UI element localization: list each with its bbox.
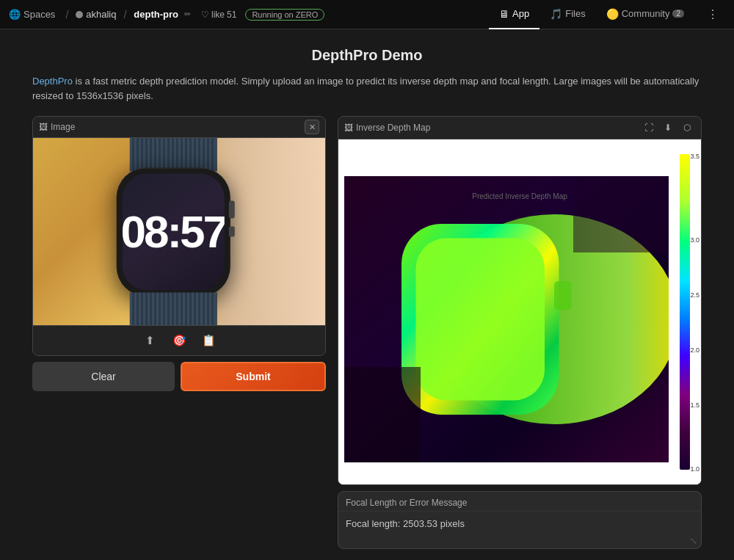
running-badge: Running on ZERO (245, 9, 324, 21)
share-icon-button[interactable]: ⬡ (679, 120, 695, 136)
running-label: Running on (252, 10, 293, 19)
nav-like-button[interactable]: ♡ like 51 (201, 10, 236, 20)
tab-community-label: Community (622, 8, 670, 19)
depth-map-svg (344, 169, 669, 470)
watch-band-top (130, 138, 217, 171)
focal-box-content: Focal length: 2503.53 pixels ⤡ (338, 512, 701, 548)
spaces-icon: 🌐 (9, 9, 21, 20)
download-icon-button[interactable]: ⬇ (660, 120, 676, 136)
clipboard-icon-button[interactable]: 📋 (198, 330, 219, 351)
image-display: 08:57 (33, 138, 325, 325)
spaces-label: Spaces (23, 9, 55, 20)
tab-community[interactable]: 🟡 Community 2 (596, 0, 694, 29)
community-icon: 🟡 (606, 8, 619, 20)
chart-title: Predicted Inverse Depth Map (472, 192, 567, 200)
depth-header-icons: ⛶ ⬇ ⬡ (641, 120, 695, 136)
nav-separator-2: / (123, 9, 126, 21)
colorbar-label-75: 1.5 (690, 401, 700, 409)
running-platform: ZERO (296, 10, 319, 19)
focal-box-header: Focal Length or Error Message (338, 492, 701, 512)
focal-length-box: Focal Length or Error Message Focal leng… (338, 491, 702, 549)
nav-separator: / (65, 9, 68, 21)
image-label-icon: 🖼 (39, 122, 48, 132)
tab-files[interactable]: 🎵 Files (539, 0, 595, 29)
image-close-button[interactable]: ✕ (305, 120, 319, 134)
colorbar-label-bottom: 1.0 (690, 465, 700, 473)
page-title: DepthPro Demo (32, 47, 702, 64)
watch-screen: 08:57 (123, 173, 225, 290)
close-icon: ✕ (309, 123, 316, 132)
svg-rect-6 (573, 176, 669, 252)
camera-icon-button[interactable]: 🎯 (169, 330, 189, 351)
upload-icon-button[interactable]: ⬆ (139, 330, 160, 351)
top-navigation: 🌐 Spaces / akhaliq / depth-pro ✏ ♡ like … (0, 0, 734, 29)
user-avatar-dot (76, 11, 83, 18)
resize-handle-icon: ⤡ (690, 536, 697, 546)
nav-right-tabs: 🖥 App 🎵 Files 🟡 Community 2 (489, 0, 694, 29)
colorbar-label-45: 2.5 (690, 291, 700, 299)
image-box-header: 🖼 Image ✕ (33, 117, 325, 138)
left-panel: 🖼 Image ✕ 0 (32, 116, 326, 391)
watch-face: 08:57 (117, 167, 230, 296)
depth-label: 🖼 Inverse Depth Map (344, 123, 430, 133)
nav-user[interactable]: akhaliq (76, 9, 116, 20)
depth-map-box: 🖼 Inverse Depth Map ⛶ ⬇ ⬡ Predicted Inve… (338, 116, 702, 485)
like-label: like (211, 10, 225, 20)
clear-button[interactable]: Clear (32, 362, 175, 391)
app-icon: 🖥 (499, 8, 509, 20)
image-toolbar: ⬆ 🎯 📋 (33, 325, 325, 355)
colorbar-container: 3.5 3.0 2.5 2.0 1.5 1.0 Inverse Depth (669, 139, 701, 484)
watch-crown (229, 200, 235, 218)
watch-scene-background: 08:57 (33, 138, 325, 325)
panels-container: 🖼 Image ✕ 0 (32, 116, 702, 549)
fullscreen-icon-button[interactable]: ⛶ (641, 120, 657, 136)
main-content: DepthPro Demo DepthPro is a fast metric … (15, 29, 719, 560)
watch-time-display: 08:57 (123, 209, 225, 255)
depth-chart-area: Predicted Inverse Depth Map (338, 139, 701, 484)
svg-rect-3 (416, 239, 545, 401)
description-text: is a fast metric depth prediction model.… (32, 76, 699, 101)
tab-app-label: App (512, 8, 529, 19)
files-icon: 🎵 (550, 8, 562, 20)
watch-band-bottom (130, 292, 217, 325)
depth-box-header: 🖼 Inverse Depth Map ⛶ ⬇ ⬡ (338, 117, 701, 139)
heart-icon: ♡ (201, 10, 209, 20)
depth-map-content: Predicted Inverse Depth Map (338, 139, 701, 484)
watch-body: 08:57 (117, 167, 230, 296)
spaces-link[interactable]: 🌐 Spaces (9, 9, 55, 20)
focal-length-value: Focal length: 2503.53 pixels (346, 518, 465, 529)
more-menu-button[interactable]: ⋮ (700, 0, 725, 29)
colorbar-gradient (680, 154, 690, 470)
depthpro-link[interactable]: DepthPro (32, 76, 73, 87)
depth-label-icon: 🖼 (344, 123, 353, 133)
colorbar-label-60: 2.0 (690, 346, 700, 354)
right-panel: 🖼 Inverse Depth Map ⛶ ⬇ ⬡ Predicted Inve… (338, 116, 702, 549)
svg-rect-5 (344, 367, 421, 462)
action-buttons: Clear Submit (32, 362, 326, 391)
depth-label-text: Inverse Depth Map (356, 123, 430, 133)
nav-repo-name[interactable]: depth-pro (134, 9, 178, 20)
community-count-badge: 2 (672, 10, 684, 18)
image-label: 🖼 Image (39, 122, 75, 132)
watch-button (229, 226, 235, 236)
nav-username: akhaliq (86, 9, 116, 20)
image-label-text: Image (51, 122, 75, 132)
colorbar-label-top: 3.5 (690, 153, 700, 160)
colorbar-label-30: 3.0 (690, 236, 700, 244)
edit-icon[interactable]: ✏ (184, 10, 191, 19)
tab-files-label: Files (565, 8, 585, 19)
image-box: 🖼 Image ✕ 0 (32, 116, 326, 356)
submit-button[interactable]: Submit (181, 362, 326, 391)
page-description: DepthPro is a fast metric depth predicti… (32, 74, 702, 103)
like-count: 51 (227, 10, 236, 20)
svg-rect-4 (554, 281, 571, 310)
tab-app[interactable]: 🖥 App (489, 0, 539, 29)
